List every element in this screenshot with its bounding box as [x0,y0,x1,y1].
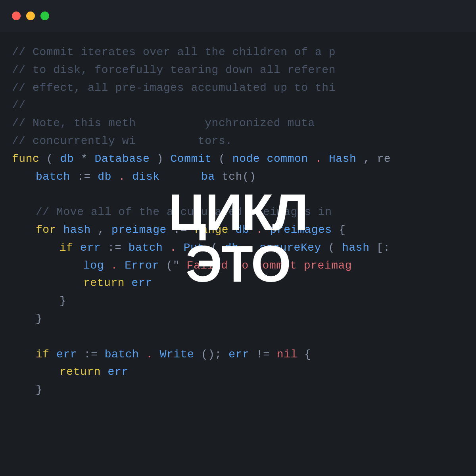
code-line: } [12,310,476,328]
code-line: log . Error (" Failed to commit preimag [12,257,476,275]
code-line: // [12,97,476,115]
code-line: // concurrently wixxxxxxxxxtors. [12,132,476,150]
code-line: if err := batch . Write (); err != nil { [12,346,476,364]
maximize-button[interactable] [40,12,49,20]
code-line [12,186,476,203]
minimize-button[interactable] [26,12,35,20]
code-line: // Commit iterates over all the children… [12,44,476,61]
code-line: // effect, all pre-images accumulated up… [12,79,476,97]
code-line: // Move all of the accumulated preimages… [12,203,476,221]
close-button[interactable] [12,12,21,20]
code-editor: // Commit iterates over all the children… [0,32,476,476]
code-line: // to disk, forcefully tearing down all … [12,61,476,79]
code-line: } [12,292,476,310]
code-line: return err [12,274,476,292]
code-line: } [12,381,476,399]
code-line: for hash , preimage := range db . preima… [12,221,476,239]
code-line: batch := db . disk xxxx ba tch() [12,168,476,186]
code-line: return err [12,363,476,381]
code-line: if err := batch . Put ( db . secureKey (… [12,239,476,257]
code-line: func ( db * Database ) Commit ( node com… [12,150,476,168]
code-line: // Note, this methxxxxxxxxxxynchronized … [12,115,476,132]
code-line [12,328,476,346]
window-titlebar [0,0,476,32]
